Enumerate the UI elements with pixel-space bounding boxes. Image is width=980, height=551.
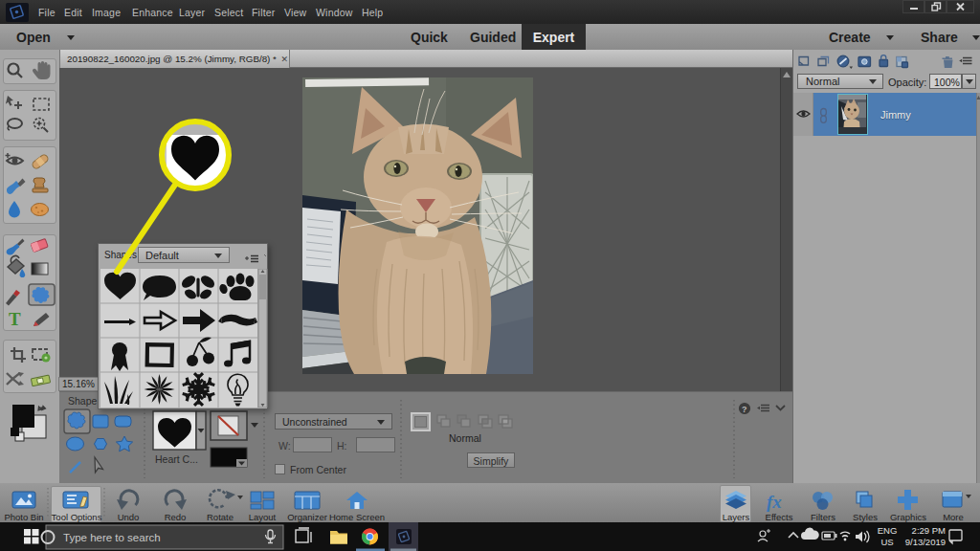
svg-text:Type here to search: Type here to search: [63, 532, 161, 543]
svg-text:?: ?: [742, 405, 747, 414]
svg-text:T: T: [9, 309, 21, 329]
svg-text:fx: fx: [767, 492, 782, 512]
